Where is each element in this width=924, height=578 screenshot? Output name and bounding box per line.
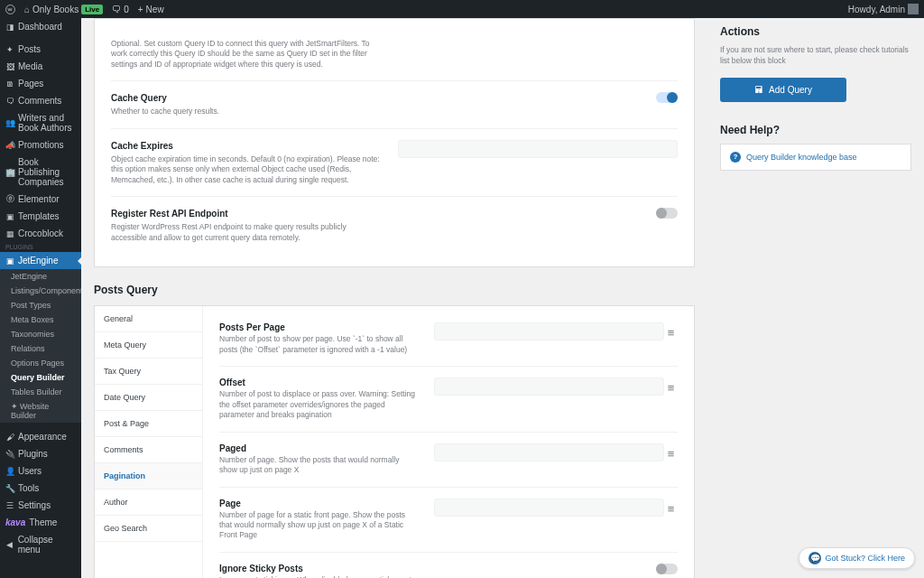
crocoblock-icon: ▦	[5, 229, 14, 238]
sidebar-item-media[interactable]: 🖾Media	[0, 58, 81, 75]
posts-per-page-input[interactable]	[434, 322, 664, 340]
sub-website-builder[interactable]: ✦Website Builder	[0, 399, 81, 423]
sidebar-item-posts[interactable]: ✦Posts	[0, 41, 81, 58]
cache-expires-input[interactable]	[398, 140, 678, 158]
collapse-menu[interactable]: ◀Collapse menu	[0, 531, 81, 558]
setting-label: Offset	[219, 378, 418, 387]
dashboard-icon: ◨	[5, 23, 14, 32]
sub-taxonomies[interactable]: Taxonomies	[0, 327, 81, 341]
sub-listings[interactable]: Listings/Components	[0, 284, 81, 298]
sidebar-item-users[interactable]: 👤Users	[0, 462, 81, 480]
sidebar-item-dashboard[interactable]: ◨Dashboard	[0, 18, 81, 35]
sidebar-item-promotions[interactable]: 📣Promotions	[0, 136, 81, 154]
sticky-toggle[interactable]	[656, 564, 678, 574]
sidebar-item-crocoblock[interactable]: ▦Crocoblock	[0, 225, 81, 242]
megaphone-icon: 📣	[5, 141, 14, 150]
sidebar-item-label: Appearance	[18, 432, 67, 442]
sidebar-item-label: Media	[18, 61, 42, 71]
actions-desc: If you are not sure where to start, plea…	[720, 45, 911, 67]
database-icon[interactable]: ≡	[668, 326, 678, 337]
database-icon[interactable]: ≡	[668, 502, 678, 513]
site-name: Only Books	[32, 5, 79, 14]
wp-logo[interactable]	[5, 5, 15, 14]
comment-icon: 🗨	[5, 97, 14, 106]
got-stuck-button[interactable]: 💬 Got Stuck? Click Here	[799, 547, 915, 569]
sidebar-item-comments[interactable]: 🗨Comments	[0, 92, 81, 109]
plugin-icon: 🔌	[5, 450, 14, 459]
slider-icon: ☰	[5, 501, 14, 510]
howdy-link[interactable]: Howdy, Admin	[848, 4, 919, 14]
sub-options[interactable]: Options Pages	[0, 356, 81, 370]
tab-tax-query[interactable]: Tax Query	[95, 359, 202, 385]
comments-count: 0	[124, 5, 129, 14]
add-query-button[interactable]: 🖬 Add Query	[720, 78, 846, 102]
live-badge: Live	[81, 5, 103, 14]
save-icon: 🖬	[754, 85, 763, 95]
row-sticky: Ignore Sticky Posts Ignore post stickine…	[219, 552, 678, 578]
new-content-link[interactable]: + New	[138, 5, 164, 14]
tab-general[interactable]: General	[95, 306, 202, 332]
setting-label: Page	[219, 499, 418, 508]
tabs-body: Posts Per Page Number of post to show pe…	[203, 306, 694, 578]
wand-icon: ✦	[11, 402, 18, 411]
rest-toggle[interactable]	[656, 208, 678, 219]
sub-query-builder[interactable]: Query Builder	[0, 370, 81, 385]
tab-meta-query[interactable]: Meta Query	[95, 332, 202, 359]
tab-pagination[interactable]: Pagination	[95, 463, 202, 489]
row-offset: Offset Number of post to displace or pas…	[219, 366, 678, 431]
setting-desc: Number of page for a static front page. …	[219, 510, 418, 541]
sidebar-item-appearance[interactable]: 🖌Appearance	[0, 428, 81, 445]
page-input[interactable]	[434, 499, 664, 517]
sub-post-types[interactable]: Post Types	[0, 298, 81, 312]
new-label: New	[146, 5, 164, 14]
sub-tables-builder[interactable]: Tables Builder	[0, 385, 81, 399]
sidebar-item-tools[interactable]: 🔧Tools	[0, 480, 81, 497]
sidebar-item-label: Settings	[18, 500, 51, 510]
tab-geo-search[interactable]: Geo Search	[95, 516, 202, 542]
sidebar-item-label: Plugins	[18, 449, 48, 459]
setting-label: Posts Per Page	[219, 322, 418, 332]
sidebar-item-plugins[interactable]: 🔌Plugins	[0, 445, 81, 462]
sidebar-item-templates[interactable]: ▣Templates	[0, 208, 81, 225]
posts-query-card: General Meta Query Tax Query Date Query …	[94, 305, 695, 578]
sidebar-right: Actions If you are not sure where to sta…	[707, 18, 924, 578]
sidebar-item-label: Collapse menu	[18, 535, 76, 555]
cache-query-toggle[interactable]	[656, 92, 678, 103]
sub-relations[interactable]: Relations	[0, 341, 81, 356]
comments-link[interactable]: 🗨 0	[112, 5, 129, 14]
sidebar-item-label: Templates	[18, 211, 60, 221]
setting-label: Cache Query	[111, 92, 382, 105]
tab-author[interactable]: Author	[95, 489, 202, 516]
database-icon[interactable]: ≡	[668, 447, 678, 458]
sidebar-item-theme[interactable]: kavaTheme	[0, 514, 81, 531]
tab-post-page[interactable]: Post & Page	[95, 411, 202, 437]
people-icon: 👥	[5, 118, 14, 127]
sidebar-item-settings[interactable]: ☰Settings	[0, 497, 81, 514]
sidebar-item-label: Comments	[18, 96, 61, 106]
tab-date-query[interactable]: Date Query	[95, 385, 202, 411]
paged-input[interactable]	[434, 443, 664, 461]
sidebar-item-elementor[interactable]: ⓔElementor	[0, 191, 81, 208]
wrench-icon: 🔧	[5, 484, 14, 493]
sidebar-item-jetengine[interactable]: ▣JetEngine	[0, 252, 81, 269]
sub-meta-boxes[interactable]: Meta Boxes	[0, 312, 81, 327]
sidebar-item-label: Theme	[29, 517, 57, 527]
offset-input[interactable]	[434, 378, 664, 396]
tab-comments[interactable]: Comments	[95, 437, 202, 463]
kb-link[interactable]: ? Query Builder knowledge base	[720, 144, 911, 171]
sidebar-item-label: Users	[18, 466, 42, 476]
setting-desc: Optional. Set custom Query ID to connect…	[111, 39, 382, 70]
sidebar-item-companies[interactable]: 🏢Book Publishing Companies	[0, 154, 81, 191]
help-title: Need Help?	[720, 124, 911, 136]
setting-desc: Number of post to show per page. Use `-1…	[219, 334, 418, 355]
sidebar-item-pages[interactable]: 🗎Pages	[0, 75, 81, 92]
sub-jetengine[interactable]: JetEngine	[0, 269, 81, 284]
setting-label: Ignore Sticky Posts	[219, 564, 418, 573]
stuck-label: Got Stuck? Click Here	[825, 554, 905, 563]
site-link[interactable]: ⌂ Only Books Live	[24, 5, 103, 14]
database-icon[interactable]: ≡	[668, 381, 678, 392]
sidebar-item-writers[interactable]: 👥Writers and Book Authors	[0, 109, 81, 136]
building-icon: 🏢	[5, 168, 14, 177]
user-icon: 👤	[5, 467, 14, 476]
setting-row-rest: Register Rest API Endpoint Register Word…	[111, 196, 678, 254]
